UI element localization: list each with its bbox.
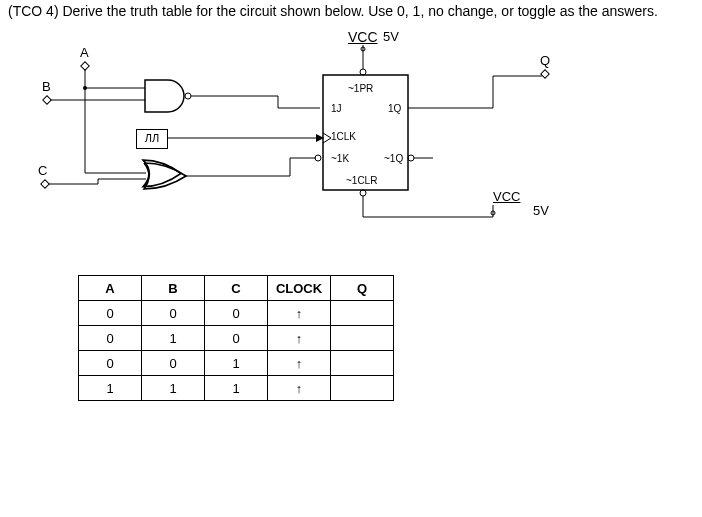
svg-point-25 bbox=[408, 155, 414, 161]
svg-rect-1 bbox=[43, 96, 51, 104]
circuit-svg bbox=[38, 45, 598, 245]
cell bbox=[331, 326, 394, 351]
table-row: 1 1 1 ↑ bbox=[79, 376, 394, 401]
question-text: (TCO 4) Derive the truth table for the c… bbox=[8, 3, 694, 19]
cell: 1 bbox=[205, 351, 268, 376]
table-row: 0 1 0 ↑ bbox=[79, 326, 394, 351]
th-q: Q bbox=[331, 276, 394, 301]
circuit-diagram: A B C Q 5V ЛЛ ~1PR 1J 1CLK ~1K ~1CLR 1Q … bbox=[38, 45, 598, 245]
cell: 0 bbox=[79, 326, 142, 351]
svg-point-8 bbox=[185, 93, 191, 99]
svg-point-24 bbox=[360, 190, 366, 196]
cell: 1 bbox=[79, 376, 142, 401]
truth-table: A B C CLOCK Q 0 0 0 ↑ 0 1 0 ↑ 0 0 1 ↑ 1 … bbox=[78, 275, 394, 401]
table-row: 0 0 0 ↑ bbox=[79, 301, 394, 326]
th-c: C bbox=[205, 276, 268, 301]
table-header-row: A B C CLOCK Q bbox=[79, 276, 394, 301]
th-b: B bbox=[142, 276, 205, 301]
svg-rect-0 bbox=[81, 62, 89, 70]
cell: ↑ bbox=[268, 351, 331, 376]
cell bbox=[331, 301, 394, 326]
cell: ↑ bbox=[268, 301, 331, 326]
svg-rect-2 bbox=[41, 180, 49, 188]
cell: 1 bbox=[142, 376, 205, 401]
cell: 0 bbox=[79, 351, 142, 376]
cell: 0 bbox=[142, 351, 205, 376]
cell bbox=[331, 376, 394, 401]
cell: ↑ bbox=[268, 326, 331, 351]
svg-point-7 bbox=[83, 86, 87, 90]
cell: 0 bbox=[79, 301, 142, 326]
cell: 0 bbox=[205, 301, 268, 326]
five-v-top: 5V bbox=[383, 29, 399, 44]
table-row: 0 0 1 ↑ bbox=[79, 351, 394, 376]
cell: 0 bbox=[142, 301, 205, 326]
cell: 1 bbox=[142, 326, 205, 351]
th-clock: CLOCK bbox=[268, 276, 331, 301]
svg-point-23 bbox=[360, 69, 366, 75]
svg-rect-22 bbox=[323, 75, 408, 190]
svg-rect-3 bbox=[541, 70, 549, 78]
th-a: A bbox=[79, 276, 142, 301]
cell: 0 bbox=[205, 326, 268, 351]
cell: 1 bbox=[205, 376, 268, 401]
vcc-top-label: VCC bbox=[348, 29, 378, 45]
cell bbox=[331, 351, 394, 376]
cell: ↑ bbox=[268, 376, 331, 401]
